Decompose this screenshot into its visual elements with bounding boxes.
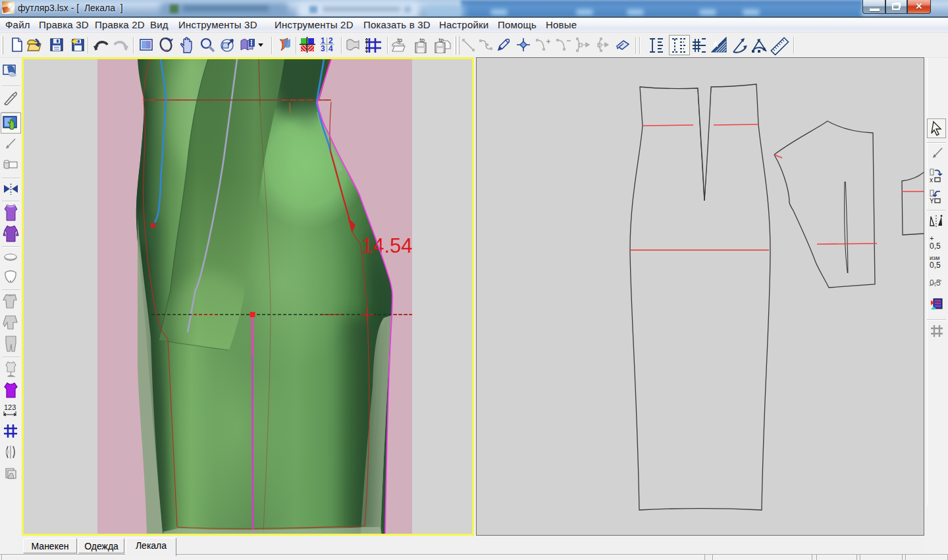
svg-text:Y: Y [930,197,934,205]
svg-text:0,5: 0,5 [930,242,941,251]
svg-text:A: A [713,40,718,48]
svg-text:14.54: 14.54 [361,234,413,257]
svg-text:123: 123 [4,403,16,411]
svg-text:3: 3 [321,44,325,53]
svg-text:0,5: 0,5 [930,261,941,270]
svg-text:4: 4 [329,44,333,53]
svg-text:x: x [930,176,933,184]
